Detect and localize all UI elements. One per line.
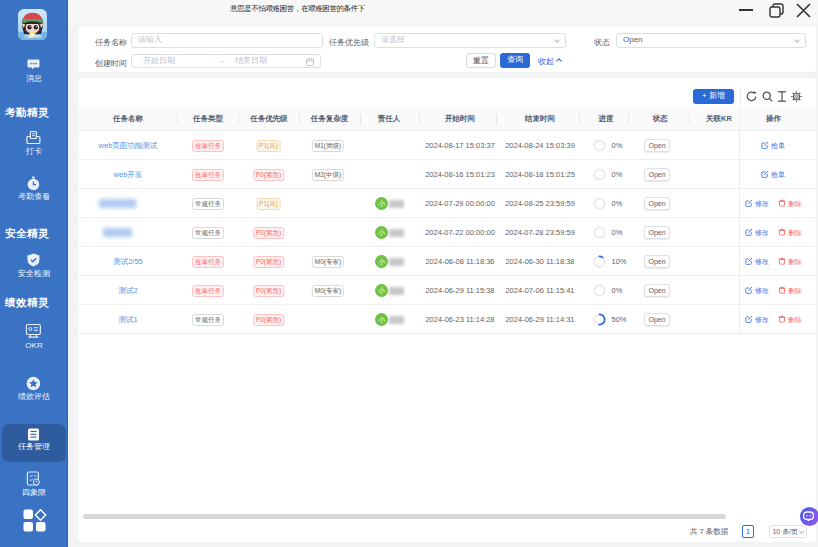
svg-text:三昆灵·KPI: 三昆灵·KPI — [24, 34, 41, 39]
